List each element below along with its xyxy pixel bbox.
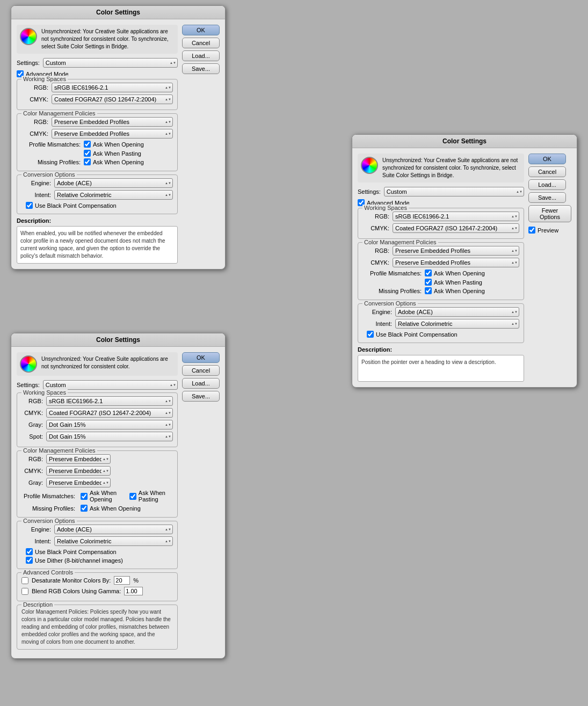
ok-button-3[interactable]: OK: [182, 352, 220, 363]
rgb-select-1[interactable]: sRGB IEC61966-2.1: [52, 83, 173, 92]
spot-select-3[interactable]: Dot Gain 15%: [46, 432, 173, 441]
cmyk-select-wrapper-1[interactable]: Coated FOGRA27 (ISO 12647-2:2004): [52, 94, 173, 104]
gray-policy-select-3[interactable]: Preserve Embedded Profiles: [46, 478, 111, 487]
conversion-group-1: Conversion Options Engine: Adobe (ACE) I…: [17, 174, 178, 214]
desaturate-pct-3: %: [133, 577, 139, 584]
ask-opening-cb-2[interactable]: [425, 270, 432, 276]
rgb-policy-select-wrapper-2[interactable]: Preserve Embedded Profiles: [393, 246, 519, 256]
cmyk-policy-select-wrapper-1[interactable]: Preserve Embedded Profiles: [52, 129, 173, 139]
rgb-policy-select-1[interactable]: Preserve Embedded Profiles: [52, 117, 173, 127]
missing-cb-3[interactable]: [81, 505, 88, 512]
rgb-policy-row-1: RGB: Preserve Embedded Profiles: [21, 117, 173, 127]
settings-select-3[interactable]: Custom: [43, 380, 178, 390]
cmyk-policy-select-wrapper-2[interactable]: Preserve Embedded Profiles: [393, 258, 519, 267]
desaturate-cb-3[interactable]: [21, 577, 28, 584]
ok-button-1[interactable]: OK: [182, 25, 220, 35]
desaturate-input-3[interactable]: [114, 576, 130, 585]
ask-pasting-cb-3[interactable]: [129, 493, 136, 500]
rgb-policy-select-wrapper-1[interactable]: Preserve Embedded Profiles: [52, 117, 173, 127]
rgb-select-wrapper-1[interactable]: sRGB IEC61966-2.1: [52, 83, 173, 92]
gray-policy-select-wrapper-3[interactable]: Preserve Embedded Profiles: [46, 478, 111, 487]
cancel-button-3[interactable]: Cancel: [182, 365, 220, 376]
ok-button-2[interactable]: OK: [528, 154, 566, 164]
intent-select-wrapper-3[interactable]: Relative Colorimetric: [54, 536, 173, 546]
ask-pasting-label-1: Ask When Pasting: [93, 150, 141, 157]
color-wheel-icon-1: [20, 28, 37, 45]
color-mgmt-group-1: Color Management Policies RGB: Preserve …: [17, 113, 178, 171]
dialog-1-title: Color Settings: [11, 6, 225, 19]
dither-cb-3[interactable]: [26, 557, 33, 564]
cmyk-policy-select-1[interactable]: Preserve Embedded Profiles: [52, 129, 173, 139]
cancel-button-1[interactable]: Cancel: [182, 38, 220, 48]
save-button-1[interactable]: Save...: [182, 63, 220, 74]
working-spaces-group-2: Working Spaces RGB: sRGB IEC61966-2.1 CM…: [358, 208, 524, 239]
cmyk-select-2[interactable]: Coated FOGRA27 (ISO 12647-2:2004): [393, 223, 519, 233]
rgb-policy-select-wrapper-3[interactable]: Preserve Embedded Profiles: [46, 454, 111, 464]
engine-select-wrapper-3[interactable]: Adobe (ACE): [54, 525, 173, 534]
engine-select-2[interactable]: Adobe (ACE): [395, 307, 519, 317]
cmyk-select-wrapper-2[interactable]: Coated FOGRA27 (ISO 12647-2:2004): [393, 223, 519, 233]
load-button-1[interactable]: Load...: [182, 50, 220, 61]
settings-select-wrapper-3[interactable]: Custom: [43, 380, 178, 390]
description-title-2: Description:: [358, 346, 524, 353]
ask-pasting-label-2: Ask When Pasting: [434, 279, 482, 286]
intent-select-1[interactable]: Relative Colorimetric: [54, 190, 173, 200]
intent-select-3[interactable]: Relative Colorimetric: [54, 536, 173, 546]
rgb-policy-select-2[interactable]: Preserve Embedded Profiles: [393, 246, 519, 256]
load-button-2[interactable]: Load...: [528, 179, 566, 190]
ask-pasting-cb-1[interactable]: [84, 150, 91, 157]
intent-select-2[interactable]: Relative Colorimetric: [395, 319, 519, 329]
settings-select-wrapper-2[interactable]: Custom: [384, 187, 524, 196]
rgb-select-wrapper-2[interactable]: sRGB IEC61966-2.1: [393, 212, 519, 221]
engine-select-wrapper-1[interactable]: Adobe (ACE): [54, 178, 173, 188]
black-point-cb-1[interactable]: [26, 202, 33, 209]
gray-select-3[interactable]: Dot Gain 15%: [46, 420, 173, 430]
rgb-policy-label-1: RGB:: [21, 119, 48, 125]
warning-text-3: Unsynchronized: Your Creative Suite appl…: [41, 355, 175, 370]
profile-mismatches-label-1: Profile Mismatches:: [21, 141, 81, 148]
ask-opening-cb-1[interactable]: [84, 141, 91, 148]
rgb-policy-select-3[interactable]: Preserve Embedded Profiles: [46, 454, 111, 464]
cancel-button-2[interactable]: Cancel: [528, 166, 566, 177]
black-point-cb-3[interactable]: [26, 548, 33, 555]
rgb-select-3[interactable]: sRGB IEC61966-2.1: [46, 396, 173, 406]
intent-row-2: Intent: Relative Colorimetric: [362, 319, 519, 329]
rgb-select-2[interactable]: sRGB IEC61966-2.1: [393, 212, 519, 221]
intent-select-wrapper-1[interactable]: Relative Colorimetric: [54, 190, 173, 200]
cmyk-policy-select-3[interactable]: Preserve Embedded Profiles: [46, 466, 111, 476]
ask-pasting-cb-2[interactable]: [425, 279, 432, 286]
save-button-3[interactable]: Save...: [182, 391, 220, 402]
missing-cb-2[interactable]: [425, 287, 432, 294]
black-point-cb-2[interactable]: [367, 331, 374, 338]
engine-select-3[interactable]: Adobe (ACE): [54, 525, 173, 534]
save-button-2[interactable]: Save...: [528, 192, 566, 203]
settings-select-1[interactable]: Custom: [43, 58, 178, 68]
engine-select-1[interactable]: Adobe (ACE): [54, 178, 173, 188]
spot-select-wrapper-3[interactable]: Dot Gain 15%: [46, 432, 173, 441]
missing-cb-1[interactable]: [84, 158, 91, 165]
blend-gamma-cb-3[interactable]: [21, 588, 28, 595]
rgb-select-wrapper-3[interactable]: sRGB IEC61966-2.1: [46, 396, 173, 406]
profile-mismatch-row-2: Profile Mismatches: Ask When Opening: [362, 270, 519, 276]
cmyk-policy-label-3: CMYK:: [21, 468, 43, 474]
engine-select-wrapper-2[interactable]: Adobe (ACE): [395, 307, 519, 317]
cmyk-select-1[interactable]: Coated FOGRA27 (ISO 12647-2:2004): [52, 94, 173, 104]
cmyk-policy-row-1: CMYK: Preserve Embedded Profiles: [21, 129, 173, 139]
settings-select-2[interactable]: Custom: [384, 187, 524, 196]
gray-select-wrapper-3[interactable]: Dot Gain 15%: [46, 420, 173, 430]
intent-select-wrapper-2[interactable]: Relative Colorimetric: [395, 319, 519, 329]
settings-select-wrapper-1[interactable]: Custom: [43, 58, 178, 68]
cmyk-policy-select-wrapper-3[interactable]: Preserve Embedded Profiles: [46, 466, 111, 476]
blend-gamma-input-3[interactable]: [124, 587, 143, 595]
preview-cb-2[interactable]: [528, 227, 535, 234]
cmyk-policy-select-2[interactable]: Preserve Embedded Profiles: [393, 258, 519, 267]
cmyk-select-3[interactable]: Coated FOGRA27 (ISO 12647-2:2004): [46, 408, 173, 418]
buttons-2: OK Cancel Load... Save... Fewer Options …: [528, 154, 571, 382]
ask-opening-cb-3[interactable]: [81, 493, 88, 500]
fewer-options-button-2[interactable]: Fewer Options: [528, 205, 571, 222]
intent-row-3: Intent: Relative Colorimetric: [21, 536, 173, 546]
cmyk-select-wrapper-3[interactable]: Coated FOGRA27 (ISO 12647-2:2004): [46, 408, 173, 418]
dither-label-3: Use Dither (8-bit/channel images): [35, 557, 123, 564]
description-box-2: Position the pointer over a heading to v…: [358, 355, 524, 382]
load-button-3[interactable]: Load...: [182, 378, 220, 389]
